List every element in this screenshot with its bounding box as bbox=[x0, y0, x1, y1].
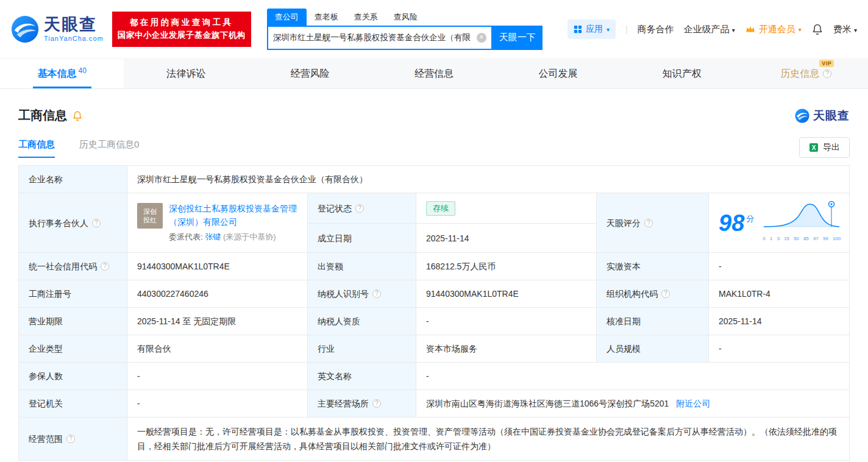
approval-date-label: 核准日期 bbox=[597, 308, 709, 335]
address-text: 深圳市南山区粤海街道海珠社区海德三道1066号深创投广场5201 bbox=[426, 399, 669, 408]
top-header: 天眼查 TianYanCha.com 都在用的商业查询工具 国家中小企业发展子基… bbox=[0, 0, 868, 59]
table-row: 营业期限 2025-11-14 至 无固定期限 纳税人资质 - 核准日期 202… bbox=[19, 308, 850, 335]
delegate-label: 委派代表: bbox=[169, 232, 203, 241]
subtab-history-registration[interactable]: 历史工商信息0 bbox=[79, 139, 139, 158]
apps-button[interactable]: 应用 ▾ bbox=[567, 20, 616, 39]
notification-bell-icon[interactable] bbox=[811, 23, 824, 35]
help-icon[interactable]: ? bbox=[92, 219, 101, 227]
business-address-value: 深圳市南山区粤海街道海珠社区海德三道1066号深创投广场5201 附近公司 bbox=[416, 390, 850, 418]
reg-number-value: 440300227460246 bbox=[127, 280, 308, 308]
search-button[interactable]: 天眼一下 bbox=[493, 26, 542, 50]
reg-authority-value: - bbox=[127, 390, 308, 418]
search-tabs: 查公司 查老板 查关系 查风险 bbox=[267, 9, 542, 26]
tab-history-info[interactable]: 历史信息 VIP ? bbox=[744, 59, 868, 88]
tab-history-info-label: 历史信息 bbox=[780, 68, 819, 80]
tab-intellectual-property-label: 知识产权 bbox=[663, 68, 702, 80]
nearby-companies-link[interactable]: 附近公司 bbox=[676, 399, 710, 408]
tab-operating-risk[interactable]: 经营风险 bbox=[248, 59, 372, 88]
tab-basic-info[interactable]: 基本信息 40 bbox=[0, 59, 124, 88]
grid-icon bbox=[574, 25, 582, 34]
taxpayer-quality-label: 纳税人资质 bbox=[308, 308, 416, 335]
industry-label: 行业 bbox=[308, 335, 416, 363]
subtab-business-registration[interactable]: 工商信息 bbox=[18, 139, 55, 158]
nav-business-cooperation[interactable]: 商务合作 bbox=[638, 24, 674, 35]
help-icon[interactable]: ? bbox=[355, 204, 364, 213]
taxpayer-id-label: 纳税人识别号? bbox=[308, 280, 416, 308]
section-title: 工商信息 bbox=[18, 107, 67, 124]
nav-user-account[interactable]: 费米 ▾ bbox=[833, 24, 857, 35]
search-tab-company[interactable]: 查公司 bbox=[267, 9, 307, 26]
score-curve-chart: 01 315 5085 9799 100 bbox=[763, 200, 841, 246]
search-input[interactable] bbox=[273, 33, 477, 42]
username-label: 费米 bbox=[833, 24, 852, 34]
table-row: 统一社会信用代码? 91440300MAK1L0TR4E 出资额 168212.… bbox=[19, 253, 850, 280]
business-scope-value: 一般经营项目是：无，许可经营项目是：以私募基金从事股权投资、投资管理、资产管理等… bbox=[127, 418, 850, 461]
promo-badge: 都在用的商业查询工具 国家中小企业发展子基金旗下机构 bbox=[112, 12, 251, 47]
tianyancha-logo[interactable]: 天眼查 TianYanCha.com bbox=[11, 15, 104, 43]
search-input-wrap: × bbox=[267, 26, 493, 50]
search-tab-boss[interactable]: 查老板 bbox=[307, 9, 346, 26]
establish-date-value: 2025-11-14 bbox=[416, 224, 597, 253]
search-tab-risk[interactable]: 查风险 bbox=[386, 9, 425, 26]
tab-legal-proceedings[interactable]: 法律诉讼 bbox=[124, 59, 247, 88]
delegate-name-link[interactable]: 张键 bbox=[205, 232, 221, 241]
help-icon[interactable]: ? bbox=[372, 290, 381, 298]
chevron-down-icon: ▾ bbox=[607, 26, 610, 33]
business-address-label: 主要经营场所? bbox=[308, 390, 416, 418]
open-vip-label: 开通会员 bbox=[759, 24, 795, 35]
business-term-value: 2025-11-14 至 无固定期限 bbox=[127, 308, 308, 335]
reg-status-value: 存续 bbox=[416, 193, 597, 224]
tab-intellectual-property[interactable]: 知识产权 bbox=[620, 59, 744, 88]
partner-company-link[interactable]: 深创投红土私募股权投资基金管理（深圳）有限公司 bbox=[169, 202, 297, 229]
score-number: 98分 bbox=[719, 211, 754, 235]
org-code-label: 组织机构代码? bbox=[597, 280, 709, 308]
help-icon[interactable]: ? bbox=[66, 435, 75, 443]
apps-label: 应用 bbox=[586, 24, 603, 35]
table-row: 执行事务合伙人? 深创 投红 深创投红土私募股权投资基金管理（深圳）有限公司 委… bbox=[19, 193, 850, 224]
help-icon[interactable]: ? bbox=[644, 219, 653, 227]
search-tab-relation[interactable]: 查关系 bbox=[346, 9, 386, 26]
tianyancha-watermark: 天眼查 bbox=[795, 108, 850, 124]
nav-enterprise-products[interactable]: 企业级产品 ▾ bbox=[684, 24, 735, 35]
business-scope-label: 经营范围? bbox=[19, 418, 127, 461]
capital-label: 出资额 bbox=[308, 253, 416, 280]
tianyancha-swoosh-icon bbox=[11, 15, 39, 43]
monitor-bell-icon[interactable] bbox=[72, 110, 83, 121]
excel-icon bbox=[809, 143, 819, 152]
company-type-value: 有限合伙 bbox=[127, 335, 308, 363]
help-icon[interactable]: ? bbox=[823, 69, 831, 78]
partner-logo-line1: 深创 bbox=[143, 207, 157, 216]
tab-business-info[interactable]: 经营信息 bbox=[372, 59, 496, 88]
status-badge: 存续 bbox=[426, 201, 455, 216]
table-row: 登记机关 - 主要经营场所? 深圳市南山区粤海街道海珠社区海德三道1066号深创… bbox=[19, 390, 850, 418]
vip-badge: VIP bbox=[819, 60, 834, 67]
org-code-value: MAK1L0TR-4 bbox=[709, 280, 850, 308]
nav-open-vip[interactable]: 开通会员 ▾ bbox=[745, 24, 802, 35]
company-name-label: 企业名称 bbox=[19, 166, 127, 193]
help-icon[interactable]: ? bbox=[372, 399, 381, 408]
table-row: 工商注册号 440300227460246 纳税人识别号? 91440300MA… bbox=[19, 280, 850, 308]
company-nav-tabs: 基本信息 40 法律诉讼 经营风险 经营信息 公司发展 知识产权 历史信息 VI… bbox=[0, 59, 868, 89]
clear-search-icon[interactable]: × bbox=[477, 33, 486, 43]
chevron-down-icon: ▾ bbox=[732, 27, 735, 34]
divider: | bbox=[625, 24, 628, 34]
tianyancha-swoosh-icon bbox=[795, 108, 809, 123]
tab-company-development[interactable]: 公司发展 bbox=[496, 59, 620, 88]
english-name-value: - bbox=[416, 363, 850, 390]
tab-company-development-label: 公司发展 bbox=[538, 68, 577, 80]
main-content: 工商信息 天眼查 工商信息 历史工商信息0 导出 企业名称 深圳市红土星舰一号私… bbox=[0, 107, 868, 461]
export-button[interactable]: 导出 bbox=[799, 137, 850, 158]
executive-partner-label: 执行事务合伙人? bbox=[19, 193, 127, 253]
business-info-table: 企业名称 深圳市红土星舰一号私募股权投资基金合伙企业（有限合伙） 执行事务合伙人… bbox=[18, 165, 850, 461]
taxpayer-quality-value: - bbox=[416, 308, 597, 335]
partner-logo[interactable]: 深创 投红 bbox=[137, 203, 163, 229]
reg-number-label: 工商注册号 bbox=[19, 280, 127, 308]
help-icon[interactable]: ? bbox=[661, 290, 670, 298]
credit-code-value: 91440300MAK1L0TR4E bbox=[127, 253, 308, 280]
logo-domain-text: TianYanCha.com bbox=[44, 35, 104, 42]
reg-status-label: 登记状态? bbox=[308, 193, 416, 224]
help-icon[interactable]: ? bbox=[101, 262, 109, 271]
delegate-source: (来源于中基协) bbox=[223, 232, 276, 241]
table-row: 经营范围? 一般经营项目是：无，许可经营项目是：以私募基金从事股权投资、投资管理… bbox=[19, 418, 850, 461]
promo-line1: 都在用的商业查询工具 bbox=[118, 16, 246, 29]
